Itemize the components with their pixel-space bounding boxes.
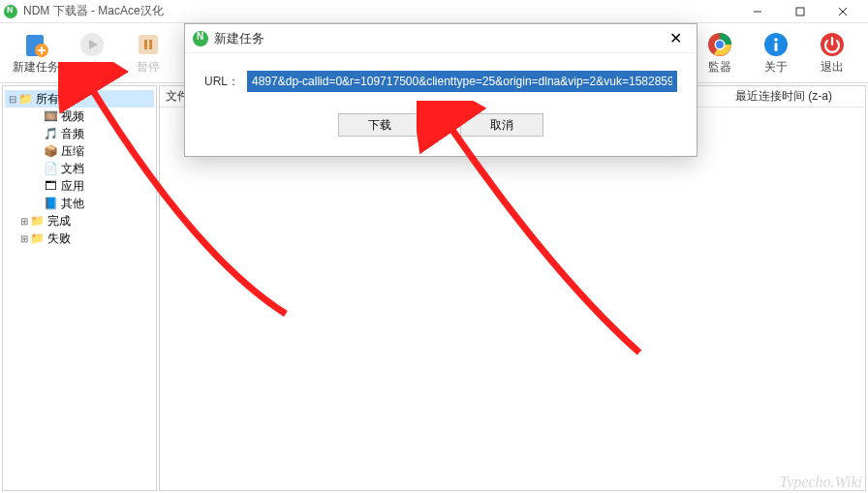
maximize-button[interactable]	[779, 0, 822, 23]
window-title: NDM 下载器 - MacAce汉化	[23, 3, 164, 19]
cancel-button[interactable]: 取消	[460, 113, 543, 137]
dialog-title: 新建任务	[214, 30, 264, 47]
download-button[interactable]: 下载	[338, 113, 421, 137]
url-label: URL：	[204, 74, 239, 90]
titlebar: NDM 下载器 - MacAce汉化	[0, 0, 868, 23]
url-input[interactable]	[247, 71, 677, 92]
dialog-icon	[193, 31, 208, 46]
watermark: Typecho.Wiki	[780, 474, 862, 491]
svg-rect-1	[796, 8, 804, 15]
dialog-titlebar: 新建任务 ✕	[185, 24, 697, 53]
new-task-dialog: 新建任务 ✕ URL： 下载 取消	[184, 23, 698, 157]
minimize-button[interactable]	[736, 0, 779, 23]
app-icon	[4, 5, 17, 18]
dialog-close-button[interactable]: ✕	[662, 25, 689, 52]
close-button[interactable]	[822, 0, 864, 23]
overlay: 新建任务 ✕ URL： 下载 取消	[0, 23, 868, 493]
